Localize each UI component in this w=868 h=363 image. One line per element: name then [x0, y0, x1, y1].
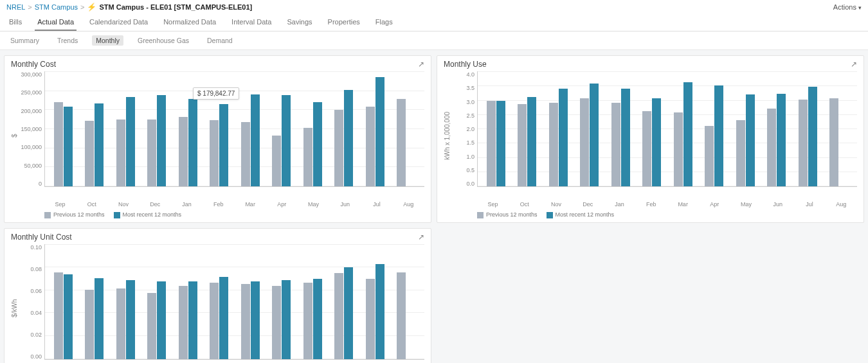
legend-item-prev[interactable]: Previous 12 months: [44, 211, 105, 218]
bar-prev[interactable]: [54, 102, 63, 186]
bar-recent[interactable]: [714, 85, 723, 186]
tab-calendarized-data[interactable]: Calendarized Data: [87, 15, 150, 31]
bar-recent[interactable]: [188, 281, 197, 359]
breadcrumb-level2[interactable]: STM Campus: [35, 3, 78, 11]
bar-recent[interactable]: [777, 94, 786, 186]
bar-prev[interactable]: [799, 100, 808, 186]
bar-prev[interactable]: [736, 120, 745, 187]
bar-recent[interactable]: [375, 77, 384, 186]
bar-recent[interactable]: [344, 267, 353, 359]
breadcrumb-sep: >: [28, 3, 32, 11]
bar-prev[interactable]: [518, 104, 527, 186]
bar-recent[interactable]: [64, 107, 73, 186]
subtab-greenhouse-gas[interactable]: Greenhouse Gas: [134, 35, 193, 46]
tab-bills[interactable]: Bills: [6, 15, 24, 31]
bar-recent[interactable]: [95, 278, 104, 359]
tab-properties[interactable]: Properties: [325, 15, 363, 31]
bar-recent[interactable]: [157, 95, 166, 186]
bar-recent[interactable]: [621, 89, 630, 186]
bar-recent[interactable]: [126, 97, 135, 186]
bar-recent[interactable]: [251, 94, 260, 186]
bar-prev[interactable]: [54, 272, 63, 359]
bar-recent[interactable]: [375, 264, 384, 359]
bar-prev[interactable]: [487, 101, 496, 186]
tab-savings[interactable]: Savings: [284, 15, 314, 31]
bar-prev[interactable]: [116, 288, 125, 359]
bar-group: [266, 280, 298, 359]
bar-recent[interactable]: [496, 101, 505, 186]
bar-prev[interactable]: [642, 111, 651, 186]
legend-item-recent[interactable]: Most recent 12 months: [114, 211, 182, 218]
bar-group: [480, 101, 512, 186]
bar-prev[interactable]: [179, 286, 188, 359]
bar-recent[interactable]: [559, 89, 568, 186]
bar-prev[interactable]: [210, 283, 219, 359]
breadcrumb-level1[interactable]: NREL: [6, 3, 25, 11]
bar-prev[interactable]: [334, 273, 343, 359]
bar-recent[interactable]: [95, 103, 104, 186]
bar-recent[interactable]: [313, 102, 322, 186]
subtab-demand[interactable]: Demand: [203, 35, 237, 46]
chart-title: Monthly Cost: [11, 60, 56, 69]
bar-prev[interactable]: [210, 120, 219, 186]
bar-prev[interactable]: [85, 121, 94, 186]
bar-prev[interactable]: [116, 120, 125, 186]
bar-recent[interactable]: [808, 87, 817, 186]
subtab-monthly[interactable]: Monthly: [92, 35, 123, 46]
bar-prev[interactable]: [705, 126, 714, 187]
bar-prev[interactable]: [85, 290, 94, 359]
tab-interval-data[interactable]: Interval Data: [229, 15, 274, 31]
bar-recent[interactable]: [746, 94, 755, 186]
legend-item-prev[interactable]: Previous 12 months: [477, 211, 538, 218]
bar-recent[interactable]: [188, 99, 197, 186]
tab-actual-data[interactable]: Actual Data: [35, 15, 77, 31]
bar-recent[interactable]: [157, 281, 166, 359]
bar-group: [172, 281, 204, 359]
bar-prev[interactable]: [272, 136, 281, 186]
bar-prev[interactable]: [334, 110, 343, 186]
bar-prev[interactable]: [767, 109, 776, 187]
subtab-summary[interactable]: Summary: [6, 35, 43, 46]
legend-item-recent[interactable]: Most recent 12 months: [547, 211, 615, 218]
expand-icon[interactable]: ↗: [418, 60, 424, 69]
bar-recent[interactable]: [527, 97, 536, 187]
bar-prev[interactable]: [241, 122, 250, 186]
bar-prev[interactable]: [366, 279, 375, 359]
bar-prev[interactable]: [829, 98, 838, 186]
bar-recent[interactable]: [590, 84, 599, 186]
bar-prev[interactable]: [611, 103, 620, 187]
bar-prev[interactable]: [366, 107, 375, 186]
bar-prev[interactable]: [397, 99, 406, 186]
bar-recent[interactable]: [126, 280, 135, 359]
bar-recent[interactable]: [251, 281, 260, 359]
bar-recent[interactable]: [344, 90, 353, 186]
bar-prev[interactable]: [272, 286, 281, 359]
bar-recent[interactable]: [64, 274, 73, 359]
bar-recent[interactable]: [282, 280, 291, 359]
bar-recent[interactable]: [282, 95, 291, 186]
tab-normalized-data[interactable]: Normalized Data: [161, 15, 219, 31]
bar-prev[interactable]: [241, 284, 250, 359]
bar-prev[interactable]: [397, 272, 406, 359]
tab-flags[interactable]: Flags: [373, 15, 395, 31]
bar-prev[interactable]: [674, 112, 683, 186]
bar-recent[interactable]: [313, 279, 322, 359]
bar-group: [79, 103, 111, 186]
bar-group: [141, 281, 173, 359]
bar-prev[interactable]: [549, 103, 558, 187]
subtab-trends[interactable]: Trends: [53, 35, 82, 46]
bar-recent[interactable]: [219, 104, 228, 186]
bar-recent[interactable]: [652, 98, 661, 186]
expand-icon[interactable]: ↗: [418, 233, 424, 242]
bar-recent[interactable]: [219, 277, 228, 359]
bar-prev[interactable]: [179, 117, 188, 186]
bar-group: [699, 85, 730, 186]
bar-prev[interactable]: [580, 98, 589, 186]
bar-prev[interactable]: [147, 120, 156, 186]
bar-prev[interactable]: [147, 293, 156, 359]
bar-prev[interactable]: [303, 128, 312, 186]
bar-prev[interactable]: [303, 283, 312, 359]
actions-menu[interactable]: Actions ▾: [833, 3, 862, 11]
bar-recent[interactable]: [683, 82, 692, 186]
expand-icon[interactable]: ↗: [851, 60, 857, 69]
